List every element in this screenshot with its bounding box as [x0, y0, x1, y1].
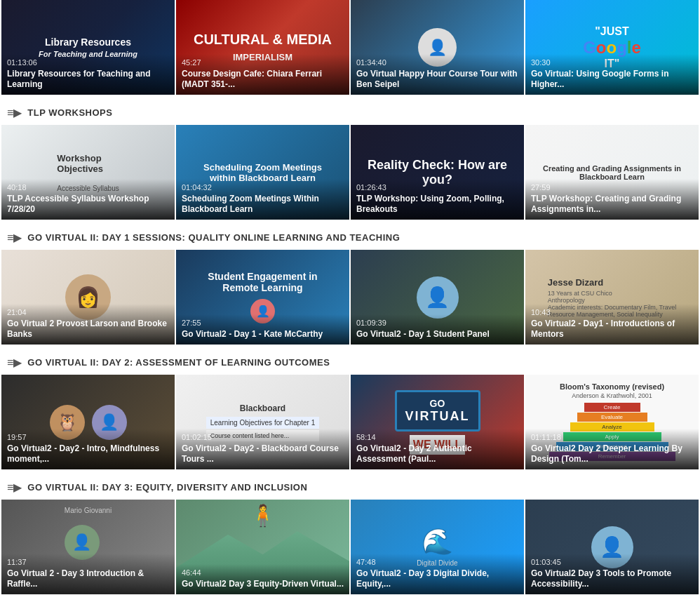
video-card-kate-mccarthy[interactable]: Student Engagement inRemote Learning 👤 2… — [176, 250, 349, 345]
video-title: Go Virtual2 - Day2 - Blackboard Course T… — [182, 443, 344, 465]
playlist-icon: ≡▶ — [7, 106, 22, 119]
video-card-day2-intro[interactable]: 🦉 👤 19:57 Go Virtual2 - Day2 - Intro, Mi… — [1, 375, 175, 469]
video-duration: 01:34:40 — [356, 58, 518, 67]
video-card-day2-blackboard[interactable]: Blackboard Learning Objectives for Chapt… — [176, 375, 349, 469]
section-tlp-workshops: ≡▶ TLP WORKSHOPS WorkshopObjectives Acce… — [0, 100, 700, 225]
video-card-creating-grading[interactable]: Creating and Grading Assignments inBlack… — [525, 125, 699, 220]
video-card-day2-authentic[interactable]: GO VIRTUAL WE WILL 58:14 Go Virtual2 - D… — [351, 375, 524, 469]
video-title: Go Virtual2 - Day 1 - Kate McCarthy — [182, 329, 344, 340]
video-duration: 01:26:43 — [356, 183, 518, 192]
video-title: Library Resources for Teaching and Learn… — [7, 69, 169, 91]
video-title: Go Virtual2 - Day2 - Intro, Mindfulness … — [7, 443, 169, 465]
video-card-accessible-syllabus[interactable]: WorkshopObjectives Accessible Syllabus 4… — [1, 125, 175, 220]
video-title: TLP Workshop: Creating and Grading Assig… — [531, 194, 693, 215]
video-title: Go Virtual2 - Day1 - Introductions of Me… — [531, 319, 693, 340]
video-duration: 40:18 — [7, 183, 169, 192]
video-card-day3-intro[interactable]: Mario Giovanni 👤 11:37 Go Virtual 2 - Da… — [1, 500, 175, 594]
video-title: Go Virtual2 - Day 1 Student Panel — [356, 329, 518, 340]
video-duration: 01:13:06 — [7, 58, 169, 67]
video-card-provost-larson[interactable]: 👩 21:04 Go Virtual 2 Provost Larson and … — [1, 250, 175, 345]
video-duration: 11:37 — [7, 558, 169, 566]
video-duration: 01:09:39 — [356, 319, 518, 327]
video-card-cultural-media[interactable]: Cultural & MediaImperialism 45:27 Course… — [176, 0, 349, 95]
video-card-using-zoom[interactable]: Reality Check: How are you? 01:26:43 TLP… — [351, 125, 524, 220]
video-duration: 01:03:45 — [531, 558, 693, 566]
video-title: Go Virtual: Using Google Forms in Higher… — [531, 69, 693, 91]
video-title: Go Virtual2 - Day 2 Authentic Assessment… — [356, 443, 518, 465]
playlist-icon: ≡▶ — [7, 481, 22, 494]
video-card-happy-hour[interactable]: 👤 01:34:40 Go Virtual Happy Hour Course … — [351, 0, 524, 95]
video-title: Go Virtual2 - Day 3 Digital Divide, Equi… — [356, 568, 518, 590]
section-go-virtual-day1: ≡▶ GO VIRTUAL II: DAY 1 SESSIONS: QUALIT… — [0, 225, 700, 350]
playlist-icon: ≡▶ — [7, 231, 22, 244]
section-title-day1: GO VIRTUAL II: DAY 1 SESSIONS: QUALITY O… — [27, 232, 400, 243]
video-card-lib-resources[interactable]: Library ResourcesFor Teaching and Learni… — [1, 0, 175, 95]
video-card-scheduling-zoom[interactable]: Scheduling Zoom Meetingswithin Blackboar… — [176, 125, 349, 220]
video-grid-library: Library ResourcesFor Teaching and Learni… — [0, 0, 700, 100]
app-container: Library ResourcesFor Teaching and Learni… — [0, 0, 700, 595]
video-card-day3-tools[interactable]: 👤 01:03:45 Go Virtual2 Day 3 Tools to Pr… — [525, 500, 699, 594]
video-duration: 01:02:15 — [182, 433, 344, 441]
video-title: Course Design Cafe: Chiara Ferrari (MADT… — [182, 69, 344, 91]
video-title: Go Virtual 2 Provost Larson and Brooke B… — [7, 319, 169, 340]
video-duration: 30:30 — [531, 58, 693, 67]
section-title-tlp: TLP WORKSHOPS — [27, 107, 112, 118]
video-duration: 27:59 — [531, 183, 693, 192]
video-card-day3-equity[interactable]: 🧍 46:44 Go Virtual2 Day 3 Equity-Driven … — [176, 500, 349, 594]
video-duration: 21:04 — [7, 308, 169, 316]
section-go-virtual-day3: ≡▶ GO VIRTUAL II: DAY 3: EQUITY, DIVERSI… — [0, 475, 700, 595]
video-title: Go Virtual Happy Hour Course Tour with B… — [356, 69, 518, 91]
video-duration: 01:04:32 — [182, 183, 344, 192]
video-duration: 19:57 — [7, 433, 169, 441]
video-duration: 58:14 — [356, 433, 518, 441]
video-title: Go Virtual 2 - Day 3 Introduction & Raff… — [7, 568, 169, 590]
video-title: TLP Accessible Syllabus Workshop 7/28/20 — [7, 194, 169, 215]
section-title-day2: GO VIRTUAL II: DAY 2: ASSESSMENT OF LEAR… — [27, 357, 330, 368]
video-duration: 46:44 — [182, 568, 344, 577]
section-go-virtual-day2: ≡▶ GO VIRTUAL II: DAY 2: ASSESSMENT OF L… — [0, 350, 700, 475]
video-title: Scheduling Zoom Meetings Within Blackboa… — [182, 194, 344, 215]
section-title-day3: GO VIRTUAL II: DAY 3: EQUITY, DIVERSITY … — [27, 482, 307, 493]
video-card-jesse-dizard[interactable]: Jesse Dizard 13 Years at CSU ChicoAnthro… — [525, 250, 699, 345]
video-title: Go Virtual2 Day 2 Deeper Learning By Des… — [531, 443, 693, 465]
video-duration: 01:11:18 — [531, 433, 693, 441]
video-duration: 27:55 — [182, 319, 344, 327]
video-duration: 45:27 — [182, 58, 344, 67]
video-title: Go Virtual2 Day 3 Equity-Driven Virtual.… — [182, 579, 344, 590]
video-duration: 47:48 — [356, 558, 518, 566]
playlist-icon: ≡▶ — [7, 356, 22, 369]
video-title: Go Virtual2 Day 3 Tools to Promote Acces… — [531, 568, 693, 590]
video-title: TLP Workshop: Using Zoom, Polling, Break… — [356, 194, 518, 215]
video-card-day3-digital[interactable]: 🌊 Digital Divide 47:48 Go Virtual2 - Day… — [351, 500, 524, 594]
video-card-student-panel[interactable]: 👤 01:09:39 Go Virtual2 - Day 1 Student P… — [351, 250, 524, 345]
video-card-day2-bloom[interactable]: Bloom's Taxonomy (revised) Anderson & Kr… — [525, 375, 699, 469]
video-duration: 10:43 — [531, 308, 693, 316]
video-card-google-it[interactable]: "JUST Google IT" 30:30 Go Virtual: Using… — [525, 0, 699, 95]
